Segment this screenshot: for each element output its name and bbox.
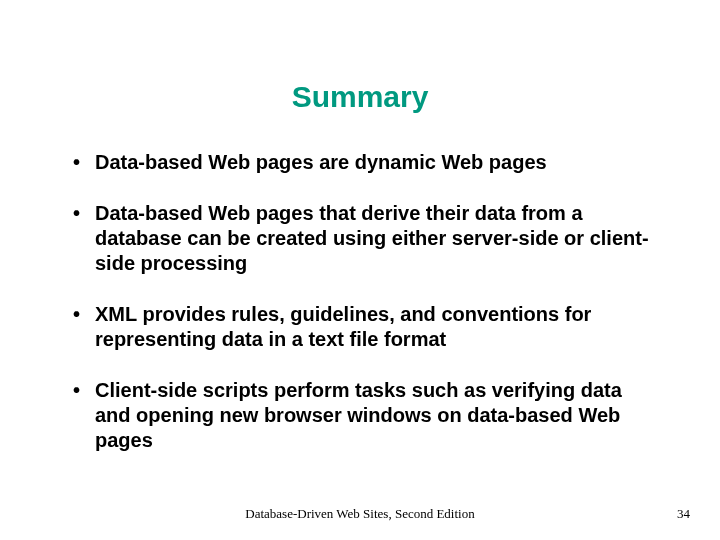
list-item: Data-based Web pages that derive their d…: [70, 201, 660, 276]
footer-page-number: 34: [677, 506, 690, 522]
list-item: Client-side scripts perform tasks such a…: [70, 378, 660, 453]
slide: Summary Data-based Web pages are dynamic…: [0, 0, 720, 540]
slide-body: Data-based Web pages are dynamic Web pag…: [70, 150, 660, 479]
list-item: XML provides rules, guidelines, and conv…: [70, 302, 660, 352]
footer-source: Database-Driven Web Sites, Second Editio…: [0, 506, 720, 522]
bullet-list: Data-based Web pages are dynamic Web pag…: [70, 150, 660, 453]
slide-title: Summary: [0, 80, 720, 114]
list-item: Data-based Web pages are dynamic Web pag…: [70, 150, 660, 175]
